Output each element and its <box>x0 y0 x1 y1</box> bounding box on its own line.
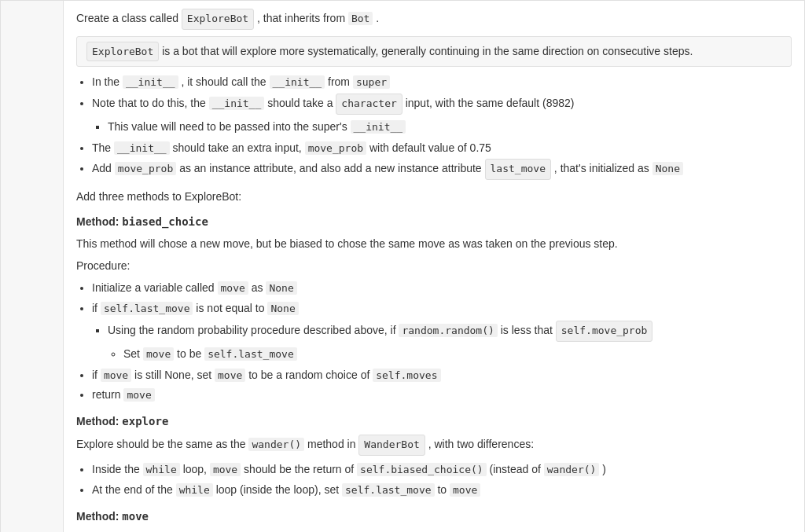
init-code-3: __init__ <box>209 97 265 110</box>
move-code-6: move <box>210 463 241 476</box>
init-code-super: __init__ <box>351 120 406 134</box>
bullet-move-prob: The __init__ should take an extra input,… <box>92 139 792 157</box>
sub-sub-set-move: Set move to be self.last_move <box>123 345 792 363</box>
random-code: random.random() <box>399 324 497 337</box>
self-moves-code: self.moves <box>373 369 440 382</box>
init-code-4: __init__ <box>114 141 170 155</box>
explore-bullets: Inside the while loop, move should be th… <box>92 460 792 499</box>
bullet-last-move: Add move_prob as an instance attribute, … <box>92 159 792 180</box>
self-move-prob-code: self.move_prob <box>556 321 653 342</box>
sub-bullets-if: Using the random probability procedure d… <box>108 321 792 363</box>
move-bullet-1: No inputs (other than self ) or outputs,… <box>92 530 792 532</box>
move-code-2: move <box>143 347 174 361</box>
markdown-content: Create a class called ExploreBot , that … <box>64 1 804 532</box>
wander-code-2: wander() <box>544 463 600 476</box>
procedure-bullets: Initialize a variable called move as Non… <box>92 279 792 404</box>
super-code: super <box>353 75 390 89</box>
explore-bullet-2: At the end of the while loop (inside the… <box>92 481 792 499</box>
move-bullets: No inputs (other than self ) or outputs,… <box>92 530 792 532</box>
proc-bullet-init-move: Initialize a variable called move as Non… <box>92 279 792 297</box>
character-code: character <box>336 94 402 115</box>
none-code: None <box>652 162 683 175</box>
procedure-label: Procedure: <box>76 257 792 274</box>
move-code-4: move <box>215 369 245 382</box>
method-name-biased: biased_choice <box>122 215 208 228</box>
sub-bullets-1: This value will need to be passed into t… <box>108 118 792 136</box>
explore-description: Explore should be the same as the wander… <box>76 435 792 456</box>
init-code-1: __init__ <box>123 75 178 89</box>
move-code-1: move <box>218 281 248 295</box>
notebook: Create a class called ExploreBot , that … <box>0 0 805 532</box>
proc-bullet-if-none: if move is still None, set move to be a … <box>92 366 792 384</box>
wanderbot-code: WanderBot <box>358 435 425 456</box>
move-code-3: move <box>101 369 131 382</box>
biased-description: This method will chose a new move, but b… <box>76 235 792 252</box>
biased-choice-code: self.biased_choice() <box>357 463 487 476</box>
method-header-explore: Method: explore <box>76 413 792 430</box>
add-methods-text: Add three methods to ExploreBot: <box>76 188 792 205</box>
method-name-explore: explore <box>122 415 168 427</box>
move-prob-code: move_prob <box>305 141 366 155</box>
move-code-7: move <box>450 483 480 497</box>
classname-code: ExploreBot <box>182 9 254 30</box>
wander-code: wander() <box>248 438 304 451</box>
init-code-2: __init__ <box>270 75 325 89</box>
bullet-init-call: In the __init__ , it should call the __i… <box>92 73 792 91</box>
self-last-move-code-2: self.last_move <box>204 347 297 361</box>
last-move-code: last_move <box>485 159 551 180</box>
none-code-3: None <box>267 302 298 315</box>
main-bullets: In the __init__ , it should call the __i… <box>92 73 792 180</box>
sub-bullet-random: Using the random probability procedure d… <box>108 321 792 363</box>
proc-bullet-if-last: if self.last_move is not equal to None U… <box>92 299 792 362</box>
none-code-2: None <box>266 281 296 295</box>
method-header-biased: Method: biased_choice <box>76 214 792 230</box>
intro-paragraph: Create a class called ExploreBot , that … <box>76 9 792 30</box>
move-prob-code-2: move_prob <box>115 162 176 175</box>
markdown-cell: Create a class called ExploreBot , that … <box>0 0 805 532</box>
method-name-move: move <box>122 510 149 523</box>
cell-label-markdown <box>1 1 64 532</box>
proc-bullet-return: return move <box>92 386 792 404</box>
while-code: while <box>143 463 180 476</box>
explore-bullet-1: Inside the while loop, move should be th… <box>92 460 792 479</box>
while-code-2: while <box>176 483 213 497</box>
sub-sub-bullets: Set move to be self.last_move <box>123 345 792 363</box>
move-code-5: move <box>123 388 154 402</box>
sub-bullet-super: This value will need to be passed into t… <box>108 118 792 136</box>
intro-block: ExploreBot is a bot that will explore mo… <box>76 36 792 68</box>
base-class-code: Bot <box>348 12 373 25</box>
bullet-character: Note that to do this, the __init__ shoul… <box>92 94 792 136</box>
method-header-move: Method: move <box>76 508 792 525</box>
self-last-move-set: self.last_move <box>342 483 435 497</box>
intro-block-text: is a bot that will explore more systemat… <box>162 45 693 57</box>
intro-block-classname: ExploreBot <box>86 42 159 62</box>
self-last-move-code: self.last_move <box>101 302 193 315</box>
